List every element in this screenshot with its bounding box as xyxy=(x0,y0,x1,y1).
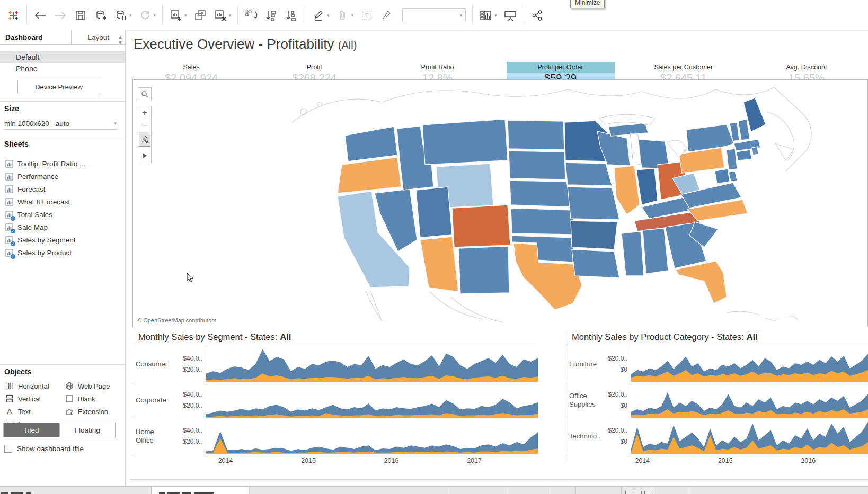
sort-ascending-icon[interactable] xyxy=(264,7,278,23)
area-plot[interactable] xyxy=(631,418,868,454)
sheet-item-performance[interactable]: Performance xyxy=(0,170,125,183)
state-NE[interactable] xyxy=(510,181,572,207)
chart-row-office-supplies[interactable]: OfficeSupplies $20,0..$0 xyxy=(566,382,868,418)
state-NM[interactable] xyxy=(458,246,509,294)
state-MS[interactable] xyxy=(622,231,644,276)
tab-layout[interactable]: Layout xyxy=(71,30,125,44)
object-text[interactable]: AText xyxy=(5,405,65,418)
sort-descending-icon[interactable] xyxy=(285,7,298,23)
kpi-profit-ratio[interactable]: Profit Ratio12.8% xyxy=(376,62,499,79)
state-RI[interactable] xyxy=(752,147,758,155)
state-IA[interactable] xyxy=(565,163,612,186)
chart-row-home-office[interactable]: HomeOffice $40,0..$20,0.. xyxy=(132,418,538,454)
area-plot[interactable] xyxy=(206,346,538,382)
state-NY[interactable] xyxy=(686,124,734,152)
chart-row-technolo[interactable]: Technolo.. $20,0..$0 xyxy=(566,418,868,454)
state-AR[interactable] xyxy=(571,221,617,249)
kpi-avg-discount[interactable]: Avg. Discount15.65% xyxy=(745,62,868,79)
sheet-item-sales-by-segment[interactable]: ✓Sales by Segment xyxy=(0,233,125,246)
zoom-in-button[interactable]: + xyxy=(138,106,151,119)
tiled-button[interactable]: Tiled xyxy=(4,423,59,437)
sheet-item-tooltip-profit-ratio-[interactable]: Tooltip: Profit Ratio ... xyxy=(0,157,125,170)
states-layer[interactable] xyxy=(338,98,766,310)
sheet-item-forecast[interactable]: Forecast xyxy=(0,183,125,195)
floating-button[interactable]: Floating xyxy=(59,423,116,437)
state-SD[interactable] xyxy=(509,151,565,179)
state-UT[interactable] xyxy=(416,187,452,238)
state-DE[interactable] xyxy=(729,171,737,182)
tableau-logo-icon[interactable] xyxy=(6,7,20,23)
state-CO[interactable] xyxy=(452,205,510,247)
state-MO[interactable] xyxy=(568,187,619,220)
pause-auto-updates-icon[interactable] xyxy=(114,7,128,23)
map-search-button[interactable] xyxy=(138,87,152,101)
state-LA[interactable] xyxy=(572,249,619,278)
refresh-data-icon[interactable] xyxy=(138,7,152,23)
kpi-sales[interactable]: Sales$2,094,924 xyxy=(130,62,253,79)
save-icon[interactable] xyxy=(74,7,87,23)
presentation-mode-icon[interactable] xyxy=(503,7,517,23)
show-dashboard-title-checkbox[interactable] xyxy=(4,445,12,453)
object-blank[interactable]: Blank xyxy=(65,392,125,405)
dropdown-caret[interactable]: ▾ xyxy=(327,13,330,18)
sheet-item-sales-by-product[interactable]: ✓Sales by Product xyxy=(0,246,125,259)
kpi-profit-per-order[interactable]: Profit per Order$59.29 xyxy=(499,62,622,79)
map-pin-button[interactable] xyxy=(139,132,150,147)
fix-axes-icon[interactable] xyxy=(380,7,394,23)
chart-row-consumer[interactable]: Consumer $40,0..$20,0.. xyxy=(132,346,538,382)
dropdown-caret[interactable]: ▾ xyxy=(184,13,187,18)
state-KS[interactable] xyxy=(511,208,574,235)
object-horizontal[interactable]: Horizontal xyxy=(5,380,65,392)
state-IN[interactable] xyxy=(636,168,658,205)
show-cards-icon[interactable] xyxy=(479,7,493,23)
redo-icon[interactable] xyxy=(54,7,67,23)
state-NH[interactable] xyxy=(738,119,750,140)
tab-dashboard[interactable]: Dashboard xyxy=(0,30,48,44)
zoom-out-button[interactable]: − xyxy=(138,119,151,132)
dropdown-caret[interactable]: ▾ xyxy=(494,13,497,18)
state-WA[interactable] xyxy=(345,127,397,161)
object-extension[interactable]: Extension xyxy=(65,405,125,418)
area-plot[interactable] xyxy=(206,382,538,418)
dropdown-caret[interactable]: ▾ xyxy=(229,13,232,18)
state-CT[interactable] xyxy=(736,150,752,160)
sheet-item-what-if-forecast[interactable]: What If Forecast xyxy=(0,195,125,208)
sale-map-view[interactable]: + − © OpenStreetMap contributors xyxy=(132,79,868,327)
device-option-default[interactable]: Default xyxy=(0,51,125,63)
sheet-item-sale-map[interactable]: ✓Sale Map xyxy=(0,221,125,233)
state-AL[interactable] xyxy=(643,228,668,274)
state-FL[interactable] xyxy=(676,261,727,303)
dropdown-caret[interactable]: ▾ xyxy=(129,13,132,18)
sales-by-product-chart[interactable]: Monthly Sales by Product Category - Stat… xyxy=(566,328,868,467)
device-option-phone[interactable]: Phone xyxy=(0,63,125,75)
sales-by-segment-chart[interactable]: Monthly Sales by Segment - States:All Co… xyxy=(132,328,538,467)
us-choropleth-map[interactable] xyxy=(133,80,867,327)
clear-sheet-icon[interactable] xyxy=(214,7,227,23)
kpi-sales-per-customer[interactable]: Sales per Customer$2,645.11 xyxy=(622,62,745,79)
state-MT[interactable] xyxy=(422,119,508,165)
chart-row-furniture[interactable]: Furniture $20,0..$0 xyxy=(566,346,868,382)
duplicate-sheet-icon[interactable] xyxy=(193,7,207,23)
object-vertical[interactable]: Vertical xyxy=(5,392,65,405)
map-expand-button[interactable] xyxy=(138,149,151,162)
object-web-page[interactable]: Web Page xyxy=(65,380,125,392)
dropdown-caret[interactable]: ▾ xyxy=(351,13,354,18)
area-plot[interactable] xyxy=(631,346,868,382)
share-icon[interactable] xyxy=(530,7,544,23)
swap-rows-columns-icon[interactable] xyxy=(244,7,258,23)
new-sheet-icon[interactable] xyxy=(644,491,651,494)
fit-selector[interactable]: ▾ xyxy=(402,8,466,22)
new-sheet-icon[interactable] xyxy=(625,491,632,494)
undo-icon[interactable] xyxy=(33,7,47,23)
device-preview-button[interactable]: Device Preview xyxy=(17,80,100,94)
state-PA[interactable] xyxy=(679,148,724,173)
dropdown-caret[interactable]: ▾ xyxy=(154,13,156,18)
new-worksheet-icon[interactable] xyxy=(169,7,183,23)
show-mark-labels-icon[interactable]: T xyxy=(360,7,374,23)
new-sheet-icon[interactable] xyxy=(635,491,642,494)
state-ND[interactable] xyxy=(508,120,564,150)
sheet-tab-bar[interactable] xyxy=(0,486,868,494)
state-MD[interactable] xyxy=(715,169,730,184)
state-NJ[interactable] xyxy=(727,149,737,170)
state-IL[interactable] xyxy=(614,166,640,214)
